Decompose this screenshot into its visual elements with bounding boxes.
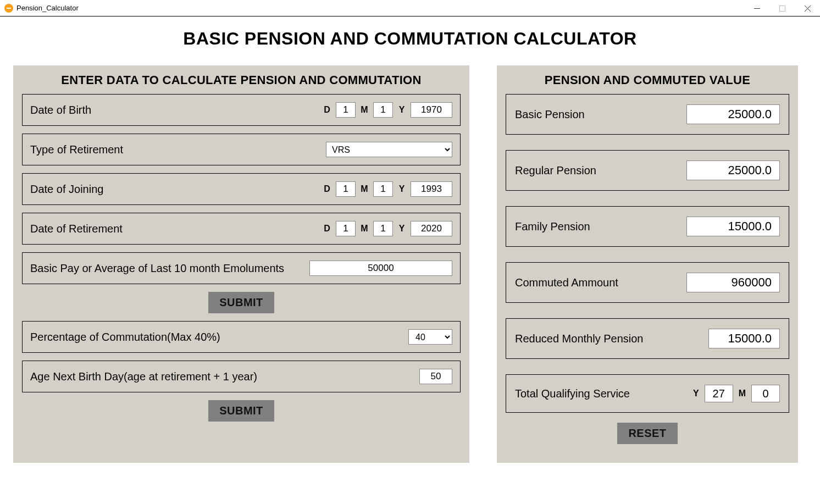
- row-commutation-pct: Percentage of Commutation(Max 40%) 40: [22, 321, 461, 353]
- tqs-m-tag: M: [739, 389, 746, 398]
- tqs-months-value: 0: [751, 385, 780, 402]
- doj-year-input[interactable]: [411, 181, 452, 197]
- basic-pension-value: 25000.0: [686, 104, 780, 124]
- dob-day-input[interactable]: [336, 102, 356, 118]
- dob-label: Date of Birth: [30, 104, 91, 117]
- row-family-pension: Family Pension 15000.0: [506, 206, 789, 247]
- submit-button[interactable]: SUBMIT: [208, 292, 274, 313]
- row-retirement-type: Type of Retirement VRS: [22, 134, 461, 165]
- app-icon: [4, 4, 13, 13]
- row-dob: Date of Birth D M Y: [22, 94, 461, 126]
- row-commuted-amount: Commuted Ammount 960000: [506, 262, 789, 303]
- doj-day-input[interactable]: [336, 181, 356, 197]
- dor-m-tag: M: [360, 224, 369, 234]
- commutation-pct-label: Percentage of Commutation(Max 40%): [30, 331, 220, 344]
- tqs-years-value: 27: [705, 385, 733, 402]
- input-panel: ENTER DATA TO CALCULATE PENSION AND COMM…: [13, 65, 469, 463]
- dob-d-tag: D: [323, 105, 331, 115]
- dob-year-input[interactable]: [411, 102, 452, 118]
- dob-month-input[interactable]: [373, 102, 393, 118]
- tqs-y-tag: Y: [693, 389, 699, 398]
- age-next-bday-label: Age Next Birth Day(age at retirement + 1…: [30, 370, 257, 383]
- page-title: BASIC PENSION AND COMMUTATION CALCULATOR: [0, 29, 820, 49]
- row-dor: Date of Retirement D M Y: [22, 213, 461, 245]
- row-reduced-monthly: Reduced Monthly Pension 15000.0: [506, 318, 789, 359]
- dor-y-tag: Y: [397, 224, 406, 234]
- regular-pension-label: Regular Pension: [515, 164, 596, 177]
- dor-day-input[interactable]: [336, 221, 356, 236]
- row-basic-pension: Basic Pension 25000.0: [506, 94, 789, 135]
- reset-button[interactable]: RESET: [617, 423, 677, 444]
- reduced-monthly-value: 15000.0: [708, 329, 780, 348]
- commutation-pct-select[interactable]: 40: [408, 329, 452, 345]
- dor-d-tag: D: [323, 224, 331, 234]
- row-regular-pension: Regular Pension 25000.0: [506, 150, 789, 191]
- commuted-amount-label: Commuted Ammount: [515, 276, 618, 289]
- dor-month-input[interactable]: [373, 221, 393, 236]
- tqs-label: Total Qualifying Service: [515, 387, 630, 400]
- dob-y-tag: Y: [397, 105, 406, 115]
- submit-button-2[interactable]: SUBMIT: [208, 400, 274, 422]
- dob-m-tag: M: [360, 105, 369, 115]
- doj-month-input[interactable]: [373, 181, 393, 197]
- doj-d-tag: D: [323, 184, 331, 194]
- family-pension-label: Family Pension: [515, 220, 590, 233]
- doj-m-tag: M: [360, 184, 369, 194]
- close-button[interactable]: [795, 0, 820, 16]
- row-age-next-bday: Age Next Birth Day(age at retirement + 1…: [22, 361, 461, 392]
- dor-label: Date of Retirement: [30, 223, 123, 235]
- window-title: Pension_Calculator: [16, 4, 79, 12]
- doj-y-tag: Y: [397, 184, 406, 194]
- minimize-button[interactable]: [744, 0, 769, 16]
- basic-pay-input[interactable]: [309, 261, 452, 276]
- basic-pay-label: Basic Pay or Average of Last 10 month Em…: [30, 262, 284, 275]
- svg-rect-1: [779, 5, 785, 11]
- regular-pension-value: 25000.0: [686, 160, 780, 180]
- window-controls: [744, 0, 820, 16]
- output-panel: PENSION AND COMMUTED VALUE Basic Pension…: [497, 65, 798, 463]
- row-doj: Date of Joining D M Y: [22, 173, 461, 205]
- output-panel-title: PENSION AND COMMUTED VALUE: [506, 73, 789, 87]
- family-pension-value: 15000.0: [686, 217, 780, 236]
- age-next-bday-input[interactable]: [419, 369, 452, 384]
- commuted-amount-value: 960000: [686, 273, 780, 292]
- retirement-type-select[interactable]: VRS: [326, 142, 452, 157]
- reduced-monthly-label: Reduced Monthly Pension: [515, 333, 643, 345]
- row-tqs: Total Qualifying Service Y 27 M 0: [506, 374, 789, 413]
- input-panel-title: ENTER DATA TO CALCULATE PENSION AND COMM…: [22, 73, 461, 87]
- basic-pension-label: Basic Pension: [515, 108, 585, 121]
- doj-label: Date of Joining: [30, 183, 103, 196]
- dor-year-input[interactable]: [411, 221, 452, 236]
- retirement-type-label: Type of Retirement: [30, 143, 123, 156]
- window-title-bar: Pension_Calculator: [0, 0, 820, 16]
- maximize-button[interactable]: [769, 0, 795, 16]
- row-basic-pay: Basic Pay or Average of Last 10 month Em…: [22, 252, 461, 284]
